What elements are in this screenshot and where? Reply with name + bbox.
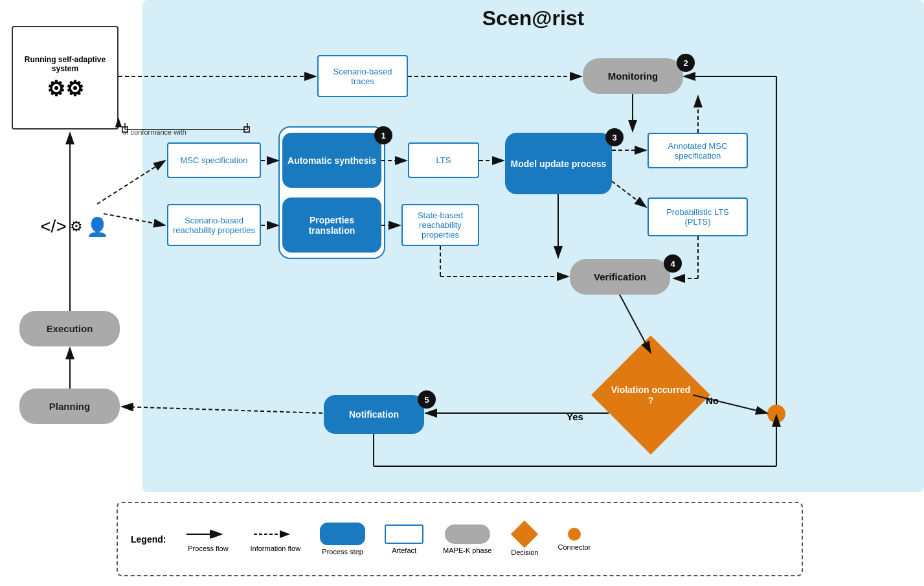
legend-process-flow: Process flow: [185, 526, 231, 552]
violation-label: Violation occurred ?: [609, 353, 693, 437]
msc-spec-box: MSC specification: [167, 142, 261, 178]
state-reachability-box: State-based reachability properties: [401, 204, 479, 246]
blue-area: [142, 0, 924, 492]
scenario-traces-box: Scenario-based traces: [317, 55, 408, 97]
automatic-synthesis-box: Automatic synthesis: [282, 133, 381, 188]
model-update-box: Model update process: [505, 133, 612, 194]
no-label: No: [706, 395, 719, 406]
legend-information-flow: Information flow: [250, 526, 300, 552]
main-container: Scen@rist Running self-adaptive system ⚙…: [0, 0, 924, 586]
legend-mape-shape: [445, 524, 490, 544]
lts-box: LTS: [408, 142, 479, 178]
small-square-right: [243, 126, 250, 133]
properties-translation-box: Properties translation: [282, 197, 381, 253]
monitoring-box: Monitoring: [583, 58, 683, 94]
legend-artefact: Artefact: [385, 524, 423, 554]
verification-box: Verification: [570, 259, 670, 295]
badge-4: 4: [664, 254, 682, 273]
badge-1: 1: [374, 126, 392, 144]
badge-2: 2: [677, 54, 695, 72]
information-flow-icon: [253, 526, 298, 542]
system-box-label: Running self-adaptive system: [18, 55, 112, 73]
legend-decision: Decision: [511, 523, 538, 556]
process-flow-icon: [185, 526, 231, 542]
settings-icon: ⚙: [70, 218, 83, 235]
annotated-msc-box: Annotated MSC specification: [648, 133, 748, 168]
probabilistic-lts-box: Probabilistic LTS (PLTS): [648, 197, 748, 236]
dev-area: </> ⚙ 👤: [16, 181, 133, 272]
legend-area: Legend: Process flow: [117, 502, 803, 576]
gear-icons: ⚙⚙: [47, 76, 84, 101]
execution-box: Execution: [19, 311, 120, 346]
legend-mape-k: MAPE-K phase: [443, 524, 491, 554]
legend-title: Legend:: [131, 534, 166, 545]
legend-decision-shape: [511, 520, 538, 547]
person-icon: 👤: [86, 216, 109, 238]
badge-3: 3: [605, 128, 624, 146]
small-square-left: [122, 126, 128, 133]
conformance-label: in conformance with: [123, 128, 186, 136]
badge-5: 5: [418, 390, 436, 409]
notification-box: Notification: [324, 395, 424, 434]
legend-process-step: Process step: [320, 523, 365, 556]
planning-box: Planning: [19, 389, 120, 424]
legend-connector: Connector: [558, 528, 591, 551]
legend-decision-container: [513, 523, 536, 546]
code-icon: </>: [40, 216, 66, 237]
legend-process-step-shape: [320, 523, 365, 545]
legend-connector-shape: [568, 528, 581, 541]
yes-label: Yes: [567, 411, 583, 422]
system-box: Running self-adaptive system ⚙⚙: [12, 26, 118, 130]
legend-artefact-shape: [385, 524, 423, 544]
page-title: Scen@rist: [142, 6, 924, 30]
connector-circle: [767, 405, 785, 423]
scenario-reachability-box: Scenario-based reachability properties: [167, 204, 261, 246]
